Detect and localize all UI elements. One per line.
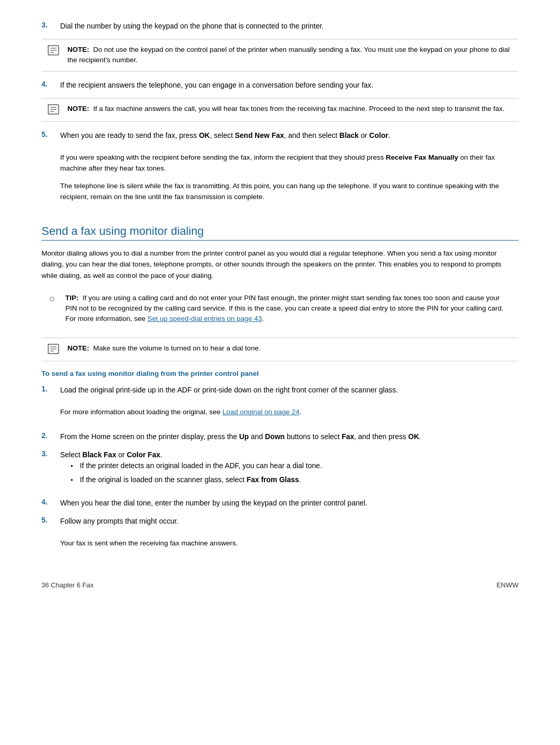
step-1-link[interactable]: Load original on page 24 — [222, 408, 300, 416]
tip-text-before: If you are using a calling card and do n… — [65, 294, 503, 323]
note-1-label: NOTE: — [67, 46, 89, 53]
note-2-label: NOTE: — [67, 105, 89, 113]
bullet-1-text: If the printer detects an original loade… — [80, 460, 322, 471]
step-content-2-bottom: From the Home screen on the printer disp… — [60, 431, 519, 442]
step-content-3-bottom: Select Black Fax or Color Fax. ● If the … — [60, 449, 519, 490]
note-1-text: Do not use the keypad on the control pan… — [67, 46, 510, 64]
step-content-5-top: When you are ready to send the fax, pres… — [60, 130, 519, 209]
note-icon-1 — [48, 45, 62, 57]
step-4-top-text: If the recipient answers the telephone, … — [60, 81, 373, 89]
note-box-2: NOTE: If a fax machine answers the call,… — [41, 98, 519, 122]
step-3-top-text: Dial the number by using the keypad on t… — [60, 22, 324, 30]
note-3-text: Make sure the volume is turned on to hea… — [93, 344, 261, 352]
note-2-text: If a fax machine answers the call, you w… — [93, 105, 505, 113]
bullet-dot-1: ● — [71, 460, 80, 469]
step-5-para1: If you were speaking with the recipient … — [60, 152, 519, 174]
step-1-bottom-para: For more information about loading the o… — [60, 406, 519, 418]
step-5-bottom-text: Follow any prompts that might occur. — [60, 516, 519, 527]
step-5-text: When you are ready to send the fax, pres… — [60, 130, 519, 141]
bullet-2-text: If the original is loaded on the scanner… — [80, 474, 301, 485]
step-5-bottom: 5. Follow any prompts that might occur. … — [41, 516, 519, 555]
step-content-4-top: If the recipient answers the telephone, … — [60, 80, 519, 91]
step-4-bottom-text: When you hear the dial tone, enter the n… — [60, 498, 519, 509]
footer-left: 36 Chapter 6 Fax — [41, 581, 93, 589]
note-2-content: NOTE: If a fax machine answers the call,… — [67, 104, 505, 114]
bullet-dot-2: ● — [71, 474, 80, 483]
content-area: 3. Dial the number by using the keypad o… — [41, 21, 519, 589]
step-2-bottom-text: From the Home screen on the printer disp… — [60, 431, 519, 442]
step-4-top: 4. If the recipient answers the telephon… — [41, 80, 519, 91]
note-icon-2 — [48, 104, 62, 116]
step-number-4-bottom: 4. — [41, 498, 60, 506]
note-3-content: NOTE: Make sure the volume is turned on … — [67, 343, 260, 354]
step-4-bottom: 4. When you hear the dial tone, enter th… — [41, 498, 519, 509]
step-3-bottom: 3. Select Black Fax or Color Fax. ● If t… — [41, 449, 519, 490]
step-number-3-top: 3. — [41, 21, 60, 29]
step-3-bullets: ● If the printer detects an original loa… — [71, 460, 519, 485]
page-footer: 36 Chapter 6 Fax ENWW — [41, 576, 519, 589]
step-5-bottom-para: Your fax is sent when the receiving fax … — [60, 538, 519, 549]
step-number-3-bottom: 3. — [41, 449, 60, 458]
step-1-bottom: 1. Load the original print-side up in th… — [41, 385, 519, 424]
step-content-3-top: Dial the number by using the keypad on t… — [60, 21, 519, 32]
footer-right: ENWW — [496, 581, 519, 589]
tip-label: TIP: — [65, 294, 79, 302]
step-3-bottom-text: Select Black Fax or Color Fax. — [60, 449, 519, 460]
step-number-4-top: 4. — [41, 80, 60, 88]
note-box-1: NOTE: Do not use the keypad on the contr… — [41, 39, 519, 72]
tip-content: TIP: If you are using a calling card and… — [65, 293, 512, 325]
bullet-item-1: ● If the printer detects an original loa… — [71, 460, 519, 471]
tip-text-after: . — [262, 315, 264, 322]
tip-link[interactable]: Set up speed-dial entries on page 43 — [147, 315, 262, 322]
section-heading: Send a fax using monitor dialing — [41, 224, 519, 241]
step-3-top: 3. Dial the number by using the keypad o… — [41, 21, 519, 32]
step-2-bottom: 2. From the Home screen on the printer d… — [41, 431, 519, 442]
step-number-5-top: 5. — [41, 130, 60, 138]
note-box-3: NOTE: Make sure the volume is turned on … — [41, 338, 519, 361]
step-1-bottom-text: Load the original print-side up in the A… — [60, 385, 519, 396]
note-1-content: NOTE: Do not use the keypad on the contr… — [67, 45, 512, 66]
tip-icon: ☼ — [48, 293, 61, 304]
step-5-para2: The telephone line is silent while the f… — [60, 180, 519, 203]
section-intro: Monitor dialing allows you to dial a num… — [41, 248, 519, 282]
step-5-top: 5. When you are ready to send the fax, p… — [41, 130, 519, 209]
tip-box: ☼ TIP: If you are using a calling card a… — [41, 288, 519, 330]
sub-heading: To send a fax using monitor dialing from… — [41, 370, 519, 377]
step-number-5-bottom: 5. — [41, 516, 60, 524]
note-3-label: NOTE: — [67, 344, 89, 352]
step-content-4-bottom: When you hear the dial tone, enter the n… — [60, 498, 519, 509]
note-icon-3 — [48, 343, 62, 356]
step-number-2-bottom: 2. — [41, 431, 60, 440]
bullet-item-2: ● If the original is loaded on the scann… — [71, 474, 519, 485]
step-number-1-bottom: 1. — [41, 385, 60, 393]
step-content-5-bottom: Follow any prompts that might occur. You… — [60, 516, 519, 555]
step-content-1-bottom: Load the original print-side up in the A… — [60, 385, 519, 424]
